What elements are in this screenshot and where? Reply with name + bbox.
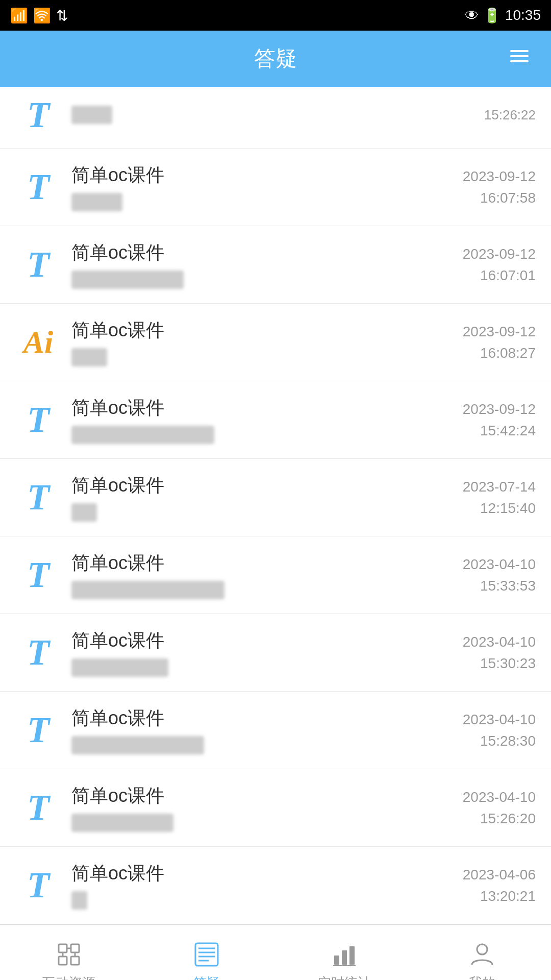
nav-label-interactive: 互动资源 [42, 974, 95, 980]
item-title: 简单oc课件 [71, 163, 463, 188]
svg-rect-13 [342, 950, 347, 965]
time-display: 10:35 [505, 7, 541, 23]
item-icon-t: T [15, 785, 61, 831]
svg-rect-2 [510, 60, 529, 62]
item-title: 简单oc课件 [71, 240, 463, 265]
list-item[interactable]: T 简单oc课件 2023-07-1412:15:40 [0, 459, 551, 536]
svg-rect-5 [59, 957, 67, 965]
list-item[interactable]: T 简单oc课件 2023-04-1015:30:23 [0, 614, 551, 692]
item-title: 简单oc课件 [71, 861, 463, 886]
item-icon-t: T [15, 242, 61, 288]
page-title: 答疑 [254, 44, 297, 73]
item-title: 简单oc课件 [71, 783, 463, 808]
item-title: 简单oc课件 [71, 706, 463, 731]
svg-rect-3 [59, 944, 67, 952]
signal-icon: 📶 [10, 7, 28, 24]
item-title: 简单oc课件 [71, 318, 463, 343]
item-icon-t: T [15, 164, 61, 210]
svg-rect-14 [349, 946, 355, 965]
item-icon-t: T [15, 707, 61, 753]
item-icon-t: T [15, 863, 61, 909]
item-date: 2023-04-1015:30:23 [463, 631, 536, 674]
list-item[interactable]: T 简单oc课件 2023-04-0613:20:21 [0, 847, 551, 924]
header: 答疑 [0, 31, 551, 87]
item-date: 2023-04-0613:20:21 [463, 864, 536, 907]
list-item[interactable]: T 简单oc课件 2023-09-1215:42:24 [0, 381, 551, 459]
svg-rect-6 [71, 957, 79, 965]
eye-icon: 👁 [465, 7, 479, 24]
item-icon-t: T [15, 475, 61, 521]
qa-icon [193, 941, 220, 968]
nav-item-stats[interactable]: 实时统计 [276, 939, 413, 980]
item-date: 2023-09-1215:42:24 [463, 399, 536, 442]
svg-point-16 [477, 944, 487, 954]
item-date: 2023-04-1015:33:53 [463, 554, 536, 597]
item-date: 2023-04-1015:28:30 [463, 709, 536, 752]
svg-rect-12 [334, 955, 339, 965]
svg-rect-4 [71, 944, 79, 952]
list-item[interactable]: T 简单oc课件 2023-09-1216:07:58 [0, 149, 551, 226]
item-date: 2023-07-1412:15:40 [463, 476, 536, 519]
item-title [71, 106, 484, 124]
nav-label-stats: 实时统计 [318, 974, 371, 980]
list-item[interactable]: Ai 简单oc课件 2023-09-1216:08:27 [0, 304, 551, 381]
item-icon-ai: Ai [15, 320, 61, 365]
nav-item-mine[interactable]: 我的 [413, 939, 551, 980]
item-icon-t: T [15, 630, 61, 676]
svg-rect-1 [510, 55, 529, 57]
nav-label-qa: 答疑 [193, 974, 220, 980]
item-date: 15:26:22 [484, 105, 536, 125]
item-date: 2023-09-1216:07:01 [463, 243, 536, 286]
item-date: 2023-04-1015:26:20 [463, 787, 536, 829]
data-icon: ⇅ [56, 7, 68, 24]
list-item[interactable]: T 简单oc课件 2023-09-1216:07:01 [0, 226, 551, 304]
item-title: 简单oc课件 [71, 628, 463, 653]
item-date: 2023-09-1216:07:58 [463, 166, 536, 209]
item-title: 简单oc课件 [71, 551, 463, 576]
list-container: T 15:26:22 T 简单oc课件 2023-09-1216:07:58 T [0, 87, 551, 924]
mine-icon [469, 941, 495, 968]
item-icon-t: T [15, 397, 61, 443]
menu-button[interactable] [508, 45, 531, 72]
item-icon-t: T [15, 92, 61, 138]
interactive-icon [56, 941, 82, 968]
status-left: 📶 🛜 ⇅ [10, 7, 68, 24]
svg-rect-0 [510, 50, 529, 52]
list-item[interactable]: T 简单oc课件 2023-04-1015:26:20 [0, 769, 551, 847]
stats-icon [331, 941, 358, 968]
item-date: 2023-09-1216:08:27 [463, 321, 536, 364]
item-title: 简单oc课件 [71, 473, 463, 498]
item-icon-t: T [15, 552, 61, 598]
battery-icon: 🔋 [483, 7, 501, 24]
list-item[interactable]: T 简单oc课件 2023-04-1015:28:30 [0, 692, 551, 769]
status-right: 👁 🔋 10:35 [465, 7, 541, 24]
item-title: 简单oc课件 [71, 396, 463, 421]
wifi-icon: 🛜 [33, 7, 51, 24]
nav-item-interactive[interactable]: 互动资源 [0, 939, 138, 980]
svg-rect-7 [195, 943, 218, 966]
list-item[interactable]: T 简单oc课件 2023-04-1015:33:53 [0, 536, 551, 614]
nav-label-mine: 我的 [469, 974, 495, 980]
bottom-nav: 互动资源 答疑 实时统计 [0, 924, 551, 980]
list-item[interactable]: T 15:26:22 [0, 87, 551, 149]
nav-item-qa[interactable]: 答疑 [138, 939, 276, 980]
status-bar: 📶 🛜 ⇅ 👁 🔋 10:35 [0, 0, 551, 31]
